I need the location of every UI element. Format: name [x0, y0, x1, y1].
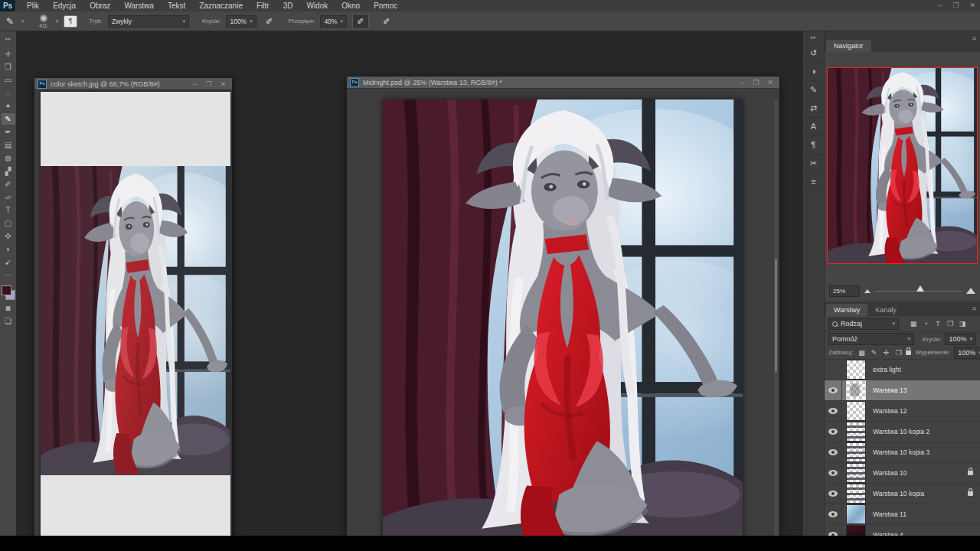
foreground-color-swatch[interactable] — [2, 285, 11, 295]
layer-thumbnail[interactable] — [846, 463, 866, 483]
lock-transparency-icon[interactable]: ▩ — [857, 349, 866, 357]
layer-thumbnail[interactable] — [846, 380, 866, 400]
current-tool-icon[interactable]: ✎ — [4, 16, 16, 27]
filter-shape-layers-icon[interactable]: ❒ — [946, 320, 955, 328]
close-button[interactable]: ✕ — [220, 80, 226, 88]
toggle-brush-panel-button[interactable]: ¶ — [64, 15, 77, 28]
filter-adjustment-layers-icon[interactable]: ◔ — [921, 320, 930, 328]
eyedropper-tool[interactable]: ✒ — [2, 126, 15, 138]
quick-selection-tool[interactable]: ✦ — [2, 100, 15, 112]
vertical-scrollbar[interactable] — [774, 99, 778, 551]
filter-type-layers-icon[interactable]: T — [933, 320, 942, 328]
layer-row[interactable]: Warstwa 11 — [825, 504, 980, 525]
brush-picker-caret-icon[interactable]: ▾ — [56, 18, 59, 24]
layer-visibility-toggle[interactable] — [825, 360, 842, 380]
zoom-out-icon[interactable] — [864, 289, 871, 293]
layer-row[interactable]: Warstwa 10 kopia 3 — [825, 442, 980, 463]
layer-visibility-toggle[interactable] — [825, 484, 842, 504]
menu-filtr[interactable]: Filtr — [250, 0, 276, 11]
sketch-title-bar[interactable]: Ps color sketch.jpg @ 66,7% (RGB/8#) – ❐… — [34, 78, 232, 90]
quick-mask-button[interactable]: ◙ — [2, 302, 15, 314]
gradient-tool[interactable]: ▤ — [2, 139, 15, 151]
marquee-tool[interactable]: ▭ — [2, 74, 15, 86]
lasso-tool[interactable]: ◌ — [2, 87, 15, 99]
brush-settings-panel-icon[interactable]: ✎ — [805, 81, 823, 99]
filter-smart-object-icon[interactable]: ◨ — [958, 320, 967, 328]
tab-layers[interactable]: Warstwy — [826, 304, 867, 316]
mixer-brush-tool[interactable]: ✣ — [2, 230, 15, 242]
layer-blend-mode-select[interactable]: Pomnóż ▾ — [828, 333, 914, 345]
layer-thumbnail[interactable] — [846, 504, 866, 524]
layer-thumbnail[interactable] — [846, 401, 866, 421]
menu-okno[interactable]: Okno — [335, 0, 367, 11]
layers-panel-menu-icon[interactable]: ≡ — [972, 305, 976, 312]
move-tool[interactable]: ✛ — [2, 48, 15, 60]
filter-pixel-layers-icon[interactable]: ▦ — [909, 320, 918, 328]
fill-input[interactable]: 100% ▾ — [954, 347, 980, 359]
layer-opacity-input[interactable]: 100% ▾ — [945, 333, 976, 345]
layer-row[interactable]: Warstwa 10 kopia — [825, 484, 980, 504]
menu-plik[interactable]: Plik — [20, 0, 46, 11]
layer-visibility-toggle[interactable] — [825, 422, 842, 442]
history-brush-tool[interactable]: ✐ — [2, 178, 15, 190]
scrollbar-thumb[interactable] — [775, 259, 777, 373]
character-panel-icon[interactable]: A — [805, 118, 823, 136]
layer-visibility-toggle[interactable] — [825, 463, 842, 483]
layer-visibility-toggle[interactable] — [825, 504, 842, 524]
flow-input[interactable]: 40% ▾ — [320, 15, 347, 28]
layer-row[interactable]: Warstwa 12 — [825, 401, 980, 422]
menu-warstwa[interactable]: Warstwa — [117, 0, 161, 11]
tab-navigator[interactable]: Navigator — [826, 40, 871, 52]
layer-row[interactable]: extra light — [825, 360, 980, 380]
crop-tool[interactable]: ❒ — [2, 61, 15, 73]
shape-tool[interactable]: ▢ — [2, 217, 15, 229]
clone-stamp-tool[interactable]: ▞ — [2, 165, 15, 177]
menu-3d[interactable]: 3D — [276, 0, 300, 11]
minimize-button[interactable]: – — [740, 79, 744, 86]
main-title-bar[interactable]: Ps Midnight.psd @ 25% (Warstwa 13, RGB/8… — [347, 77, 779, 89]
minimize-button[interactable]: – — [193, 80, 197, 88]
pressure-size-button[interactable]: ✐ — [379, 15, 394, 28]
more-tools[interactable]: ⋯ — [2, 269, 15, 281]
layer-thumbnail[interactable] — [846, 442, 866, 462]
navigator-panel-menu-icon[interactable]: ≡ — [972, 34, 976, 42]
layer-filter-select[interactable]: Rodzaj ▾ — [828, 318, 899, 330]
blur-tool[interactable]: ◗ — [2, 243, 15, 255]
navigator-zoom-slider[interactable] — [875, 291, 962, 292]
pressure-opacity-button[interactable]: ✐ — [262, 15, 277, 28]
blend-mode-select[interactable]: Zwykły ▾ — [108, 15, 189, 28]
menu-zaznaczanie[interactable]: Zaznaczanie — [192, 0, 250, 11]
expand-panels-icon[interactable]: ▸▸ — [811, 34, 816, 41]
navigator-thumbnail[interactable] — [827, 67, 978, 264]
navigator-zoom-input[interactable]: 25% — [829, 285, 860, 297]
layer-visibility-toggle[interactable] — [825, 401, 842, 421]
brush-preset-picker[interactable]: 411 — [37, 15, 51, 28]
zoom-in-icon[interactable] — [966, 288, 975, 294]
menu-tekst[interactable]: Tekst — [161, 0, 192, 11]
layer-thumbnail[interactable] — [846, 360, 866, 380]
airbrush-toggle-button[interactable]: ✐ — [352, 14, 369, 29]
zoom-slider-thumb[interactable] — [916, 285, 924, 292]
layer-row[interactable]: Warstwa 10 — [825, 463, 980, 484]
layer-row[interactable]: Warstwa 10 kopia 2 — [825, 422, 980, 442]
adjustments-panel-icon[interactable]: ◑ — [805, 63, 823, 81]
paragraph-panel-icon[interactable]: ¶ — [805, 136, 823, 155]
layer-row[interactable]: Warstwa 13 — [825, 380, 980, 401]
app-restore-button[interactable]: ❐ — [952, 0, 959, 11]
layer-visibility-toggle[interactable] — [825, 380, 842, 400]
maximize-button[interactable]: ❐ — [205, 80, 211, 88]
app-close-button[interactable]: ✕ — [969, 0, 975, 11]
document-window-sketch[interactable]: Ps color sketch.jpg @ 66,7% (RGB/8#) – ❐… — [34, 77, 233, 551]
main-canvas[interactable] — [383, 99, 743, 546]
brush-tool[interactable]: ✎ — [2, 113, 15, 125]
lock-all-icon[interactable] — [906, 350, 911, 355]
lock-artboard-icon[interactable]: ❒ — [893, 349, 903, 357]
notes-panel-icon[interactable]: ≡ — [805, 173, 823, 191]
paint-bucket-tool[interactable]: ◍ — [2, 152, 15, 164]
opacity-input[interactable]: 100% ▾ — [226, 15, 256, 28]
app-minimize-button[interactable]: – — [938, 0, 942, 11]
lock-image-icon[interactable]: ✎ — [869, 349, 878, 357]
tab-channels[interactable]: Kanały — [867, 304, 904, 316]
layer-thumbnail[interactable] — [846, 484, 866, 504]
layer-visibility-toggle[interactable] — [825, 442, 842, 462]
